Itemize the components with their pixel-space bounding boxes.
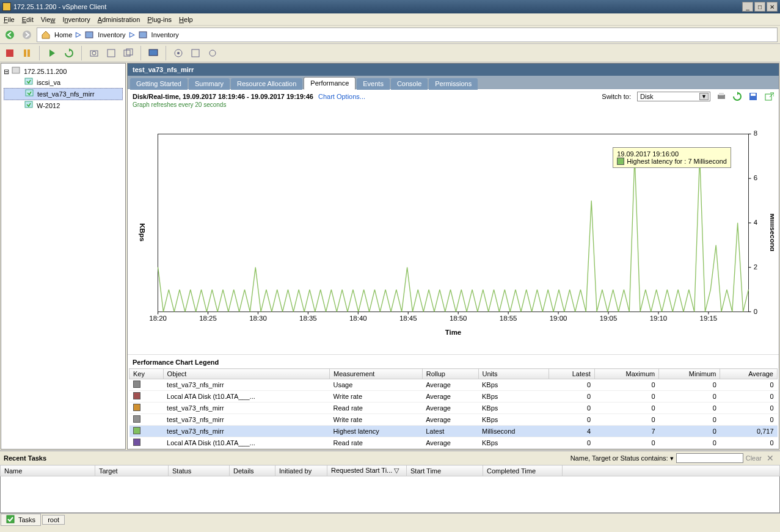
cd-button[interactable] — [171, 46, 186, 60]
breadcrumb-home[interactable]: Home — [54, 31, 72, 38]
legend-header[interactable]: Rollup — [422, 369, 478, 379]
legend-header[interactable]: Average — [720, 369, 778, 379]
refresh-icon[interactable] — [732, 92, 742, 101]
tab-summary[interactable]: Summary — [189, 78, 230, 90]
tab-console[interactable]: Console — [391, 78, 428, 90]
refresh-button[interactable] — [62, 46, 76, 60]
revert-button[interactable] — [104, 46, 118, 60]
svg-rect-21 — [718, 95, 725, 99]
minimize-button[interactable]: _ — [742, 2, 753, 12]
legend-row[interactable]: Local ATA Disk (t10.ATA___...Write rateA… — [129, 391, 778, 403]
tasks-header[interactable]: Initiated by — [275, 465, 327, 476]
breadcrumb-inventory-2[interactable]: Inventory — [151, 31, 179, 38]
tab-events[interactable]: Events — [357, 78, 390, 90]
svg-rect-12 — [149, 49, 158, 56]
tab-permissions[interactable]: Permissions — [429, 78, 478, 90]
svg-rect-6 — [27, 49, 30, 57]
menu-file[interactable]: File — [4, 16, 15, 23]
status-tasks-label: Tasks — [18, 516, 35, 523]
tree-item-vm[interactable]: test_va73_nfs_mirr — [4, 88, 123, 100]
forward-button[interactable] — [20, 27, 34, 42]
svg-rect-24 — [751, 93, 756, 96]
tab-performance[interactable]: Performance — [304, 77, 355, 90]
menu-view[interactable]: View — [41, 16, 56, 23]
legend-header[interactable]: Measurement — [330, 369, 423, 379]
home-icon[interactable] — [41, 30, 51, 40]
tree-item-vm[interactable]: W-2012 — [4, 100, 123, 111]
legend-row[interactable]: test_va73_nfs_mirrUsageAverageKBps0000 — [129, 379, 778, 391]
legend-table: KeyObjectMeasurementRollupUnitsLatestMax… — [129, 368, 778, 449]
legend-header[interactable]: Minimum — [659, 369, 720, 379]
action-toolbar — [0, 44, 780, 62]
legend-header[interactable]: Key — [129, 369, 164, 379]
menubar: File Edit View Inventory Administration … — [0, 13, 780, 26]
window-titlebar: 172.25.11.200 - vSphere Client _ □ ✕ — [0, 0, 780, 13]
console-button[interactable] — [146, 46, 161, 60]
tasks-header[interactable]: Target — [95, 465, 169, 476]
tree-item-vm[interactable]: iscsi_va — [4, 77, 123, 88]
stop-button[interactable] — [2, 46, 17, 60]
breadcrumb-inventory-1[interactable]: Inventory — [98, 31, 125, 38]
legend-row[interactable]: Local ATA Disk (t10.ATA___...Read rateAv… — [129, 437, 778, 449]
legend-header[interactable]: Object — [163, 369, 329, 379]
tasks-filter-label[interactable]: Name, Target or Status contains: ▾ — [570, 454, 674, 462]
svg-text:0: 0 — [754, 308, 757, 315]
tooltip-key-icon — [617, 158, 624, 165]
maximize-button[interactable]: □ — [754, 2, 765, 12]
menu-inventory[interactable]: Inventory — [62, 16, 90, 23]
play-button[interactable] — [45, 46, 59, 60]
content-title: test_va73_nfs_mirr — [128, 64, 779, 76]
chart-area: 0246818:2018:2518:3018:3518:4018:4518:50… — [133, 113, 774, 352]
legend-header[interactable]: Maximum — [594, 369, 659, 379]
tasks-close-icon[interactable]: ✕ — [764, 453, 776, 463]
switch-to-label: Switch to: — [602, 93, 631, 100]
menu-administration[interactable]: Administration — [98, 16, 140, 23]
svg-text:19:00: 19:00 — [550, 315, 567, 322]
legend-row[interactable]: test_va73_nfs_mirrWrite rateAverageKBps0… — [129, 414, 778, 426]
svg-text:19:15: 19:15 — [700, 315, 718, 322]
tasks-table: NameTargetStatusDetailsInitiated byReque… — [0, 465, 780, 476]
host-icon — [12, 67, 21, 76]
tasks-filter-input[interactable] — [676, 453, 743, 463]
snapshot-button[interactable] — [87, 46, 101, 60]
tasks-header[interactable]: Completed Time — [483, 465, 563, 476]
legend-header[interactable]: Latest — [549, 369, 595, 379]
legend-row[interactable]: test_va73_nfs_mirrHighest latencyLatestM… — [129, 426, 778, 437]
tasks-header[interactable]: Name — [1, 465, 95, 476]
chart-options-link[interactable]: Chart Options... — [318, 93, 365, 100]
legend-row[interactable]: test_va73_nfs_mirrRead rateAverageKBps00… — [129, 403, 778, 414]
menu-edit[interactable]: Edit — [22, 16, 34, 23]
tasks-header[interactable]: Details — [230, 465, 275, 476]
menu-plugins[interactable]: Plug-ins — [147, 16, 172, 23]
settings-button[interactable] — [205, 46, 220, 60]
switch-to-select[interactable]: Disk — [637, 92, 710, 101]
svg-text:18:25: 18:25 — [199, 315, 217, 322]
legend-header[interactable]: Units — [478, 369, 549, 379]
perf-title: Disk/Real-time, 19.09.2017 18:19:46 - 19… — [133, 93, 313, 100]
tasks-header[interactable]: Requested Start Ti... ▽ — [327, 465, 407, 476]
tasks-header[interactable]: Start Time — [407, 465, 483, 476]
tree-root[interactable]: ⊟ 172.25.11.200 — [4, 66, 123, 77]
back-button[interactable] — [2, 27, 17, 42]
collapse-icon[interactable]: ⊟ — [4, 68, 9, 76]
tasks-header[interactable]: Status — [169, 465, 230, 476]
pause-button[interactable] — [20, 46, 34, 60]
tab-resource-allocation[interactable]: Resource Allocation — [231, 78, 302, 90]
export-icon[interactable] — [764, 92, 774, 101]
tasks-filter-clear[interactable]: Clear — [746, 454, 762, 462]
status-tasks-tab[interactable]: Tasks — [1, 514, 41, 526]
save-icon[interactable] — [748, 92, 758, 101]
manage-button[interactable] — [121, 46, 136, 60]
svg-text:KBps: KBps — [139, 224, 146, 242]
legend-key-icon — [133, 404, 140, 411]
menu-help[interactable]: Help — [179, 16, 193, 23]
vm-icon — [24, 78, 34, 87]
print-icon[interactable] — [716, 92, 726, 101]
inventory-icon — [138, 30, 148, 40]
legend-key-icon — [133, 427, 140, 434]
floppy-button[interactable] — [188, 46, 203, 60]
svg-text:18:40: 18:40 — [349, 315, 367, 322]
svg-rect-65 — [7, 516, 14, 523]
close-button[interactable]: ✕ — [767, 2, 778, 12]
tab-getting-started[interactable]: Getting Started — [130, 78, 188, 90]
